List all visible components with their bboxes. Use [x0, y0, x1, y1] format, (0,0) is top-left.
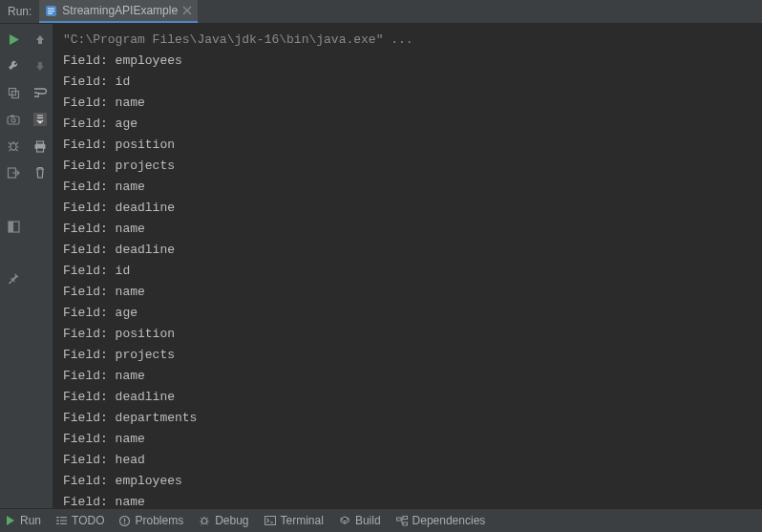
tool-dependencies[interactable]: Dependencies	[396, 514, 486, 527]
svg-rect-20	[60, 520, 67, 521]
console-line: Field: departments	[63, 408, 752, 429]
console-line: Field: employees	[63, 471, 752, 492]
svg-rect-16	[36, 148, 43, 152]
duplicate-icon[interactable]	[6, 85, 21, 100]
layout-icon[interactable]	[6, 219, 21, 234]
svg-point-9	[11, 143, 16, 150]
console-command: "C:\Program Files\Java\jdk-16\bin\java.e…	[63, 30, 752, 51]
svg-rect-13	[33, 113, 47, 126]
body-area: "C:\Program Files\Java\jdk-16\bin\java.e…	[0, 24, 762, 508]
svg-rect-12	[9, 222, 13, 232]
console-line: Field: id	[63, 72, 752, 93]
svg-rect-3	[48, 12, 53, 13]
svg-rect-2	[48, 11, 54, 11]
run-panel-label: Run:	[0, 5, 39, 18]
run-icon[interactable]	[6, 32, 21, 47]
run-tab-title: StreamingAPIExample	[62, 4, 178, 17]
tool-todo-label: TODO	[72, 514, 104, 527]
console-line: Field: name	[63, 492, 752, 508]
console-line: Field: head	[63, 450, 752, 471]
console-line: Field: age	[63, 303, 752, 324]
tool-problems-label: Problems	[135, 514, 183, 527]
svg-rect-27	[265, 517, 275, 525]
tool-build[interactable]: Build	[339, 514, 381, 527]
svg-rect-1	[48, 8, 54, 9]
svg-rect-30	[403, 522, 408, 525]
arrow-down-icon[interactable]	[32, 58, 48, 74]
console-line: Field: name	[63, 429, 752, 450]
tool-todo[interactable]: TODO	[56, 514, 104, 527]
wrench-icon[interactable]	[6, 58, 21, 74]
tool-debug-label: Debug	[215, 514, 248, 527]
console-line: Field: name	[63, 177, 752, 198]
scroll-end-icon[interactable]	[32, 112, 48, 127]
console-line: Field: name	[63, 93, 752, 114]
console-line: Field: employees	[63, 51, 752, 72]
console-line: Field: age	[63, 114, 752, 135]
console-line: Field: deadline	[63, 240, 752, 261]
console-line: Field: name	[63, 219, 752, 240]
toolbar-column-1	[0, 24, 27, 508]
bug-icon[interactable]	[6, 138, 21, 154]
svg-rect-29	[403, 516, 408, 519]
arrow-up-icon[interactable]	[32, 32, 48, 47]
svg-point-26	[202, 519, 207, 524]
tool-debug[interactable]: Debug	[199, 514, 248, 527]
toolbar-column-2	[27, 24, 53, 508]
console-output[interactable]: "C:\Program Files\Java\jdk-16\bin\java.e…	[53, 24, 762, 508]
tool-run[interactable]: Run	[6, 514, 41, 527]
tool-dependencies-label: Dependencies	[413, 514, 486, 527]
svg-rect-28	[396, 518, 401, 521]
tool-problems[interactable]: Problems	[119, 514, 183, 527]
svg-rect-14	[36, 141, 43, 144]
svg-rect-24	[124, 518, 125, 521]
svg-rect-17	[56, 517, 59, 518]
tool-terminal[interactable]: Terminal	[265, 514, 324, 527]
console-line: Field: name	[63, 366, 752, 387]
bottom-toolbar: Run TODO Problems Debug Terminal Build D…	[0, 508, 762, 532]
close-icon[interactable]	[182, 6, 192, 15]
console-line: Field: projects	[63, 156, 752, 177]
console-line: Field: position	[63, 324, 752, 345]
svg-point-7	[11, 118, 15, 122]
console-line: Field: id	[63, 261, 752, 282]
tool-build-label: Build	[355, 514, 381, 527]
run-tab[interactable]: StreamingAPIExample	[39, 0, 198, 23]
pin-icon[interactable]	[6, 270, 21, 286]
run-config-icon	[45, 5, 57, 17]
svg-rect-6	[8, 117, 19, 124]
svg-rect-18	[60, 517, 67, 518]
top-bar: Run: StreamingAPIExample	[0, 0, 762, 24]
tool-terminal-label: Terminal	[281, 514, 324, 527]
svg-rect-25	[124, 522, 125, 523]
camera-icon[interactable]	[6, 112, 21, 127]
trash-icon[interactable]	[32, 165, 48, 181]
svg-rect-19	[56, 520, 59, 521]
print-icon[interactable]	[32, 138, 48, 154]
soft-wrap-icon[interactable]	[32, 85, 48, 100]
svg-rect-22	[60, 523, 67, 524]
console-line: Field: position	[63, 135, 752, 156]
console-line: Field: projects	[63, 345, 752, 366]
tool-run-label: Run	[20, 514, 41, 527]
console-line: Field: deadline	[63, 198, 752, 219]
console-line: Field: name	[63, 282, 752, 303]
exit-icon[interactable]	[6, 165, 21, 181]
svg-rect-8	[11, 116, 14, 117]
svg-rect-21	[56, 523, 59, 524]
console-line: Field: deadline	[63, 387, 752, 408]
